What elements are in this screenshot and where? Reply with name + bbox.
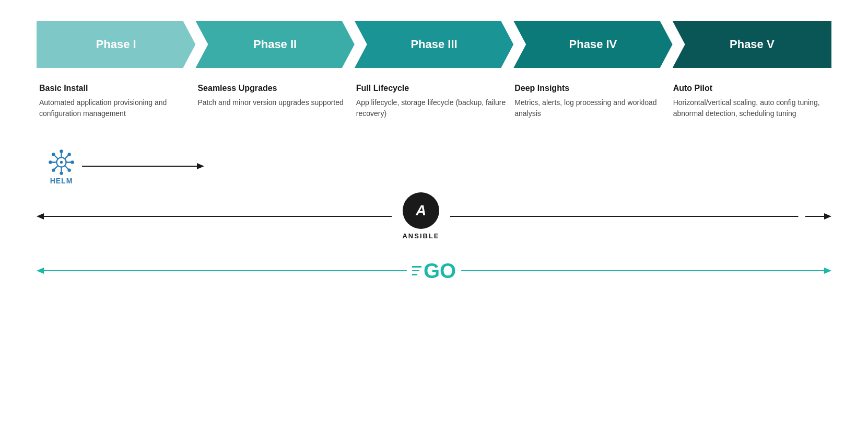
ansible-arrow-right bbox=[450, 209, 805, 224]
go-speed-lines bbox=[412, 266, 421, 275]
phase-1-arrow: Phase I bbox=[37, 21, 195, 68]
go-text: GO bbox=[424, 260, 456, 281]
col-3-title: Full Lifecycle bbox=[356, 84, 507, 93]
phase-5-arrow: Phase V bbox=[673, 21, 831, 68]
col-5-desc: Horizontal/vertical scaling, auto config… bbox=[673, 97, 824, 119]
svg-marker-32 bbox=[824, 268, 831, 274]
ansible-logo: A ANSIBLE bbox=[402, 192, 439, 240]
svg-marker-27 bbox=[37, 268, 44, 274]
phase-1-label: Phase I bbox=[96, 38, 136, 51]
col-5: Auto Pilot Horizontal/vertical scaling, … bbox=[673, 84, 831, 119]
col-4-desc: Metrics, alerts, log processing and work… bbox=[514, 97, 665, 119]
col-2-desc: Patch and minor version upgrades support… bbox=[197, 97, 348, 108]
helm-arrow-right bbox=[82, 158, 207, 174]
go-arrow-right bbox=[461, 263, 805, 279]
col-2: Seamless Upgrades Patch and minor versio… bbox=[197, 84, 356, 119]
col-1-desc: Automated application provisioning and c… bbox=[39, 97, 190, 119]
svg-point-1 bbox=[60, 160, 63, 164]
svg-marker-19 bbox=[197, 163, 204, 169]
helm-text: HELM bbox=[50, 177, 73, 185]
go-arrow-right-end bbox=[805, 263, 831, 279]
svg-point-17 bbox=[52, 168, 55, 171]
svg-point-11 bbox=[60, 171, 63, 175]
phase-2-label: Phase II bbox=[253, 38, 297, 51]
svg-point-13 bbox=[71, 160, 74, 164]
col-3: Full Lifecycle App lifecycle, storage li… bbox=[356, 84, 514, 119]
phase-3-label: Phase III bbox=[410, 38, 457, 51]
tools-section: HELM A ANSIBLE bbox=[37, 140, 831, 307]
col-2-title: Seamless Upgrades bbox=[197, 84, 348, 93]
go-arrow-left bbox=[63, 263, 407, 279]
col-4: Deep Insights Metrics, alerts, log proce… bbox=[514, 84, 673, 119]
go-line-1 bbox=[412, 266, 421, 268]
svg-point-12 bbox=[49, 160, 52, 164]
content-row: Basic Install Automated application prov… bbox=[37, 84, 831, 119]
go-row: GO bbox=[37, 260, 831, 281]
svg-point-15 bbox=[67, 168, 71, 171]
ansible-arrow-right-end bbox=[805, 209, 831, 224]
phase-5-label: Phase V bbox=[730, 38, 775, 51]
svg-point-14 bbox=[52, 153, 55, 156]
col-1-title: Basic Install bbox=[39, 84, 190, 93]
ansible-circle: A bbox=[403, 192, 439, 229]
svg-point-16 bbox=[67, 153, 71, 156]
go-line-2 bbox=[412, 270, 419, 272]
ansible-letter: A bbox=[416, 202, 426, 219]
helm-logo: HELM bbox=[47, 148, 76, 185]
go-line-3 bbox=[412, 274, 417, 275]
svg-marker-21 bbox=[37, 213, 44, 219]
col-1: Basic Install Automated application prov… bbox=[37, 84, 197, 119]
go-logo: GO bbox=[412, 260, 456, 281]
ansible-label: ANSIBLE bbox=[402, 232, 439, 240]
phase-3-arrow: Phase III bbox=[355, 21, 513, 68]
svg-point-10 bbox=[60, 149, 63, 153]
phase-4-arrow: Phase IV bbox=[513, 21, 672, 68]
ansible-row: A ANSIBLE bbox=[37, 192, 831, 240]
main-container: Phase I Phase II Phase III Phase IV Phas… bbox=[26, 0, 842, 328]
col-3-desc: App lifecycle, storage lifecycle (backup… bbox=[356, 97, 507, 119]
helm-row: HELM bbox=[37, 145, 831, 187]
helm-icon bbox=[47, 148, 76, 177]
phase-2-arrow: Phase II bbox=[195, 21, 354, 68]
phase-4-label: Phase IV bbox=[569, 38, 617, 51]
col-4-title: Deep Insights bbox=[514, 84, 665, 93]
phases-row: Phase I Phase II Phase III Phase IV Phas… bbox=[37, 21, 831, 68]
ansible-arrow-left bbox=[37, 209, 392, 224]
go-arrow-left-end bbox=[37, 263, 63, 279]
svg-marker-26 bbox=[824, 213, 831, 219]
col-5-title: Auto Pilot bbox=[673, 84, 824, 93]
